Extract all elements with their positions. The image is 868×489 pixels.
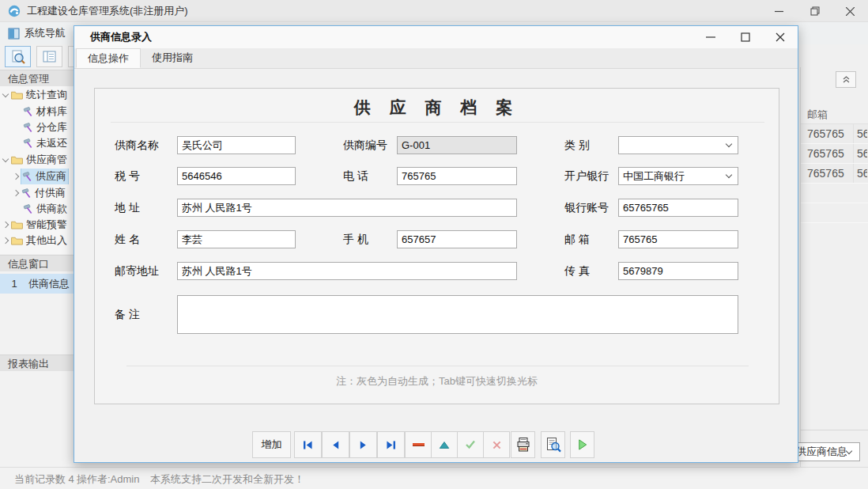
label-email: 邮 箱 <box>564 230 590 248</box>
tree-item-label: 分仓库 <box>36 120 67 135</box>
tree-item-label: 智能预警 <box>26 218 67 232</box>
cell-email: 765765 <box>807 144 853 163</box>
label-mail-address: 邮寄地址 <box>115 262 159 280</box>
chevron-down-icon <box>726 141 732 147</box>
search-icon <box>11 50 25 64</box>
chevron-down-icon <box>2 156 9 162</box>
printer-icon <box>515 437 531 453</box>
add-button[interactable]: 增加 <box>252 431 291 458</box>
table-row[interactable]: 765765 5679879 <box>801 164 868 184</box>
tree-item-subwarehouse[interactable]: 分仓库 <box>0 119 74 135</box>
supplier-code-input <box>397 136 517 154</box>
tree-item-supplier[interactable]: 供应商 <box>0 169 74 184</box>
view-select-dropdown[interactable]: 供应商信息 <box>791 442 860 461</box>
tool-icon <box>23 204 33 214</box>
check-icon <box>465 440 476 449</box>
tree-item-pay-supplier[interactable]: 付供商 <box>0 185 74 201</box>
folder-icon <box>11 236 23 245</box>
form-note: 注：灰色为自动生成；Tab键可快速切换光标 <box>95 374 779 389</box>
dialog-maximize-button[interactable] <box>728 26 763 48</box>
bank-select[interactable]: 中国工商银行 <box>618 167 738 185</box>
chevron-down-icon <box>726 172 732 178</box>
search-tool-button[interactable] <box>5 46 31 67</box>
section-header-info-mgmt: 信息管理 <box>0 70 74 86</box>
tool-icon <box>21 188 32 199</box>
edit-record-button[interactable] <box>431 431 458 458</box>
prev-record-button[interactable] <box>322 431 349 458</box>
cell-partial: 5679879 <box>853 164 867 183</box>
tree-item-label: 付供商 <box>35 186 66 200</box>
tree-item-material[interactable]: 材料库 <box>0 104 74 119</box>
tree-item-label: 材料库 <box>36 104 67 119</box>
close-button[interactable] <box>832 0 868 22</box>
tool-icon <box>23 123 33 133</box>
cell-partial: 5679879 <box>853 144 867 163</box>
print-preview-button[interactable] <box>541 431 565 458</box>
tree-item-unreturned[interactable]: 未返还 <box>0 135 74 151</box>
status-record-count: 当前记录数 4 <box>14 472 74 487</box>
tree-item-supplier-funds[interactable]: 供商款 <box>0 201 74 217</box>
remark-textarea[interactable] <box>177 295 738 334</box>
restore-button[interactable] <box>797 0 832 22</box>
form-view-button[interactable] <box>36 46 62 67</box>
tree-item-supplier-mgmt[interactable]: 供应商管 <box>0 152 74 168</box>
tree-item-stats-query[interactable]: 统计查询 <box>0 87 74 103</box>
tab-info-operation[interactable]: 信息操作 <box>76 48 141 68</box>
status-message: 本系统支持二次开发和全新开发！ <box>150 472 304 487</box>
bank-account-input[interactable] <box>618 199 738 217</box>
dialog-minimize-button[interactable] <box>693 26 728 48</box>
last-record-icon <box>385 441 397 449</box>
tab-system-nav[interactable]: 系统导航 <box>0 22 74 44</box>
view-select-value: 供应商信息 <box>796 445 847 459</box>
confirm-button[interactable] <box>457 431 484 458</box>
dialog-close-button[interactable] <box>763 26 798 48</box>
label-address: 地 址 <box>115 199 140 217</box>
fax-input[interactable] <box>618 262 738 280</box>
supplier-form-panel: 供 应 商 档 案 供商名称 供商编号 类 别 税 号 电 话 开户银行 中国工… <box>94 88 779 404</box>
info-window-item-index: 1 <box>0 278 28 290</box>
tool-icon <box>22 172 32 182</box>
minimize-button[interactable] <box>761 0 797 22</box>
label-supplier-name: 供商名称 <box>115 136 159 154</box>
last-record-button[interactable] <box>377 431 405 458</box>
dialog-titlebar: 供商信息录入 <box>74 26 798 48</box>
first-record-button[interactable] <box>294 431 322 458</box>
label-phone: 电 话 <box>343 167 368 185</box>
cancel-button[interactable] <box>483 431 510 458</box>
mobile-input[interactable] <box>397 230 517 248</box>
status-operator: 操作者:Admin <box>77 472 139 487</box>
supplier-entry-dialog: 供商信息录入 信息操作 使用指南 供 应 商 档 案 供商名称 供商编号 类 别 <box>74 25 798 463</box>
minus-icon <box>413 443 425 446</box>
chevron-right-icon <box>13 190 19 196</box>
delete-record-button[interactable] <box>405 431 432 458</box>
table-row[interactable]: 765765 5679879 <box>801 144 868 164</box>
section-header-report-output: 报表输出 <box>0 354 74 371</box>
mail-address-input[interactable] <box>177 262 517 280</box>
label-category: 类 别 <box>564 136 590 154</box>
email-input[interactable] <box>618 230 738 248</box>
info-window-item[interactable]: 1 供商信息 <box>0 274 74 294</box>
tree-item-label: 未返还 <box>36 136 67 150</box>
collapse-panel-button[interactable] <box>836 71 856 88</box>
category-select[interactable] <box>618 136 738 154</box>
supplier-name-input[interactable] <box>177 136 296 154</box>
table-row[interactable]: 765765 5679879 <box>801 124 868 144</box>
execute-button[interactable] <box>570 431 594 458</box>
label-remark: 备 注 <box>115 305 140 324</box>
next-record-button[interactable] <box>349 431 377 458</box>
address-input[interactable] <box>177 199 517 217</box>
tree-item-other-inout[interactable]: 其他出入 <box>0 233 74 248</box>
contact-name-input[interactable] <box>177 230 296 248</box>
phone-input[interactable] <box>397 167 517 185</box>
tab-user-guide[interactable]: 使用指南 <box>141 48 204 68</box>
label-mobile: 手 机 <box>343 230 368 248</box>
triangle-up-icon <box>439 441 450 449</box>
divider <box>126 366 749 366</box>
tree-item-smart-alert[interactable]: 智能预警 <box>0 217 74 233</box>
tool-icon <box>23 107 33 117</box>
tax-no-input[interactable] <box>177 167 296 185</box>
print-button[interactable] <box>511 431 535 458</box>
divider <box>111 122 764 123</box>
chevron-right-icon <box>2 222 9 228</box>
play-icon <box>576 438 588 451</box>
